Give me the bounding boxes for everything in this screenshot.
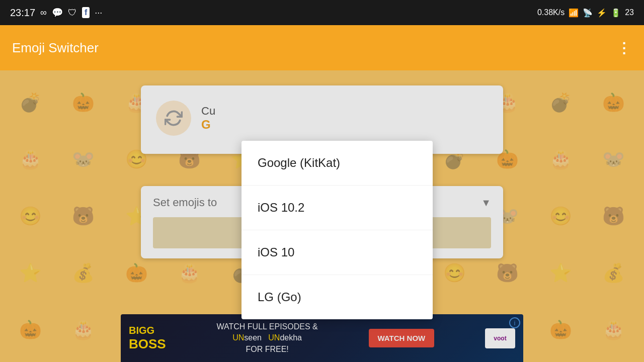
battery-percent: 23 [625,8,634,17]
status-time: 23:17 [10,7,35,19]
signal-icon: 📡 [583,8,593,18]
dropdown-item-ios-102[interactable]: iOS 10.2 [242,186,433,230]
app-title: Emoji Switcher [12,40,99,56]
facebook-icon: f [82,7,90,18]
status-right: 0.38K/s 📶 📡 ⚡ 🔋 23 [537,8,634,18]
wifi-icon: 📶 [569,8,579,18]
dropdown-item-lg-go[interactable]: LG (Go) [242,275,433,319]
battery-icon: 🔋 [611,8,621,18]
charging-icon: ⚡ [597,8,607,18]
main-content: 💣🎃🎂🐭😊🐻⭐💰🎃🎂💣🎃🎂🐭😊🐻⭐💰🎃🎂💣🎃🎂🐭😊🐻⭐💰🎃🎂💣🎃🎂🐭😊🐻⭐💰🎃🎂… [0,70,644,362]
infinity-icon: ∞ [40,8,47,18]
dots-icon: ··· [95,8,102,18]
dropdown-menu: Google (KitKat) iOS 10.2 iOS 10 LG (Go) [242,141,433,319]
status-bar: 23:17 ∞ 💬 🛡 f ··· 0.38K/s 📶 📡 ⚡ 🔋 23 [0,0,644,25]
network-speed: 0.38K/s [537,8,565,17]
message-icon: 💬 [52,7,63,18]
shield-icon: 🛡 [68,8,77,18]
status-left: 23:17 ∞ 💬 🛡 f ··· [10,7,102,19]
dropdown-item-google-kitkat[interactable]: Google (KitKat) [242,141,433,186]
more-options-icon[interactable]: ⋮ [617,40,632,56]
app-bar: Emoji Switcher ⋮ [0,25,644,70]
dropdown-item-ios-10[interactable]: iOS 10 [242,230,433,275]
